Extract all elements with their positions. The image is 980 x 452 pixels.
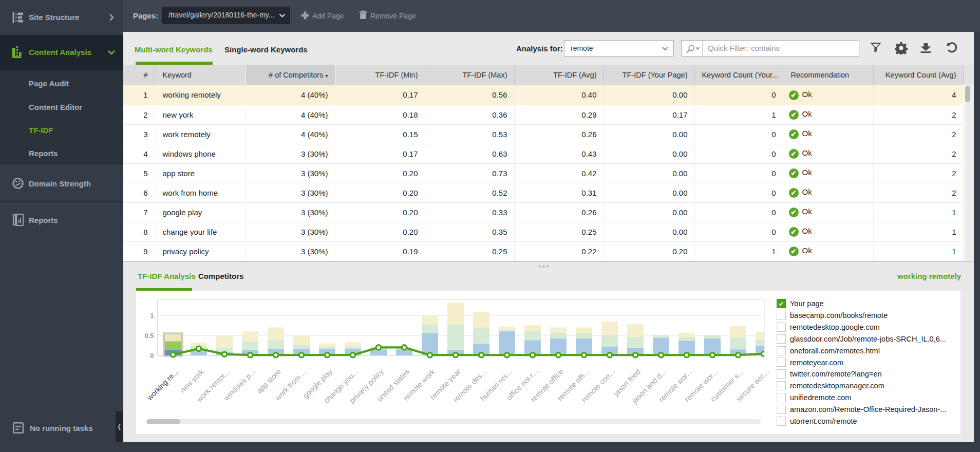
svg-text:1: 1 [150, 312, 154, 319]
svg-text:new york: new york [179, 367, 206, 394]
svg-text:0.5: 0.5 [144, 332, 154, 340]
svg-text:working re...: working re... [145, 367, 180, 402]
svg-text:0: 0 [150, 352, 154, 360]
